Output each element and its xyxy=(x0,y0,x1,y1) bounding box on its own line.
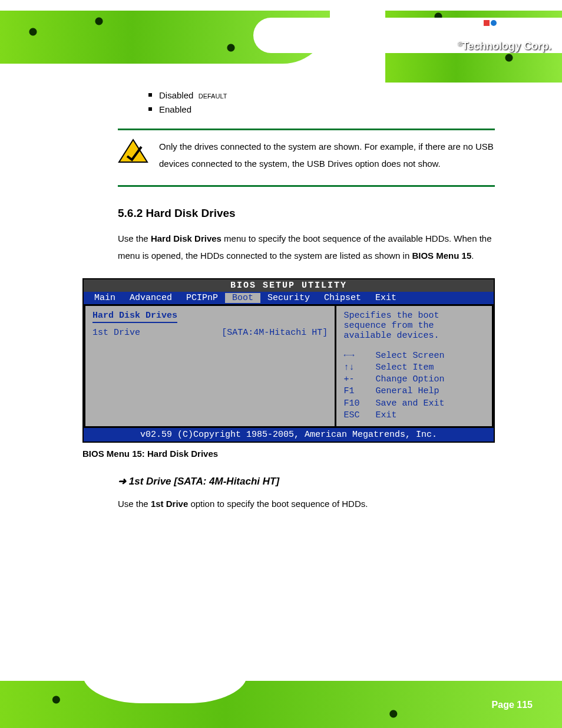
section-body: Use the Hard Disk Drives menu to specify… xyxy=(118,230,495,264)
bios-tabs: Main Advanced PCIPnP Boot Security Chips… xyxy=(84,292,494,304)
bios-drive-row[interactable]: 1st Drive [SATA:4M-Hitachi HT] xyxy=(92,328,328,338)
bios-key-legend: ←→ Select Screen ↑↓ Select Item +- Chang… xyxy=(343,350,485,422)
logo-text: iEi xyxy=(457,20,482,39)
bios-title: BIOS SETUP UTILITY xyxy=(84,279,494,292)
tab-pcipnp[interactable]: PCIPnP xyxy=(179,293,225,303)
list-item: Enabled xyxy=(148,103,495,117)
section-heading: 5.6.2 Hard Disk Drives xyxy=(118,207,495,220)
note-text: Only the drives connected to the system … xyxy=(159,139,495,172)
registered-mark: ® xyxy=(457,40,462,47)
bios-panel-header: Hard Disk Drives xyxy=(92,311,177,323)
drive-option-body: Use the 1st Drive option to specify the … xyxy=(118,496,495,513)
company-name: Technology Corp. xyxy=(462,40,551,52)
tab-main[interactable]: Main xyxy=(87,293,123,303)
page-number: Page 115 xyxy=(492,700,533,710)
bios-screenshot: BIOS SETUP UTILITY Main Advanced PCIPnP … xyxy=(82,278,495,443)
bios-item-label: 1st Drive xyxy=(92,328,140,338)
tab-advanced[interactable]: Advanced xyxy=(123,293,179,303)
footer-banner: Page 115 xyxy=(0,663,562,728)
tab-exit[interactable]: Exit xyxy=(368,293,404,303)
tab-security[interactable]: Security xyxy=(260,293,317,303)
bios-item-value: [SATA:4M-Hitachi HT] xyxy=(222,328,328,338)
header-banner: iEi ®Technology Corp. xyxy=(0,0,562,83)
bios-left-panel: Hard Disk Drives 1st Drive [SATA:4M-Hita… xyxy=(85,306,336,426)
note-box: Only the drives connected to the system … xyxy=(118,129,495,187)
bios-caption: BIOS Menu 15: Hard Disk Drives xyxy=(82,449,495,459)
bios-footer: v02.59 (C)Copyright 1985-2005, American … xyxy=(84,428,494,442)
drive-option-label: ➜ 1st Drive [SATA: 4M-Hitachi HT] xyxy=(118,475,495,487)
bios-right-panel: Specifies the boot sequence from the ava… xyxy=(336,306,492,426)
bios-help-text: Specifies the boot sequence from the ava… xyxy=(343,311,485,341)
option-list: Disabled DEFAULT Enabled xyxy=(148,88,495,117)
tab-boot[interactable]: Boot xyxy=(225,293,260,303)
note-icon xyxy=(118,139,148,163)
brand-logo: iEi ®Technology Corp. xyxy=(457,20,551,52)
logo-square-icon xyxy=(484,20,490,26)
logo-dot-icon xyxy=(491,20,497,26)
list-item: Disabled DEFAULT xyxy=(148,88,495,103)
tab-chipset[interactable]: Chipset xyxy=(317,293,368,303)
content-column: Disabled DEFAULT Enabled Only the drives… xyxy=(118,88,495,513)
default-tag: DEFAULT xyxy=(199,93,227,100)
